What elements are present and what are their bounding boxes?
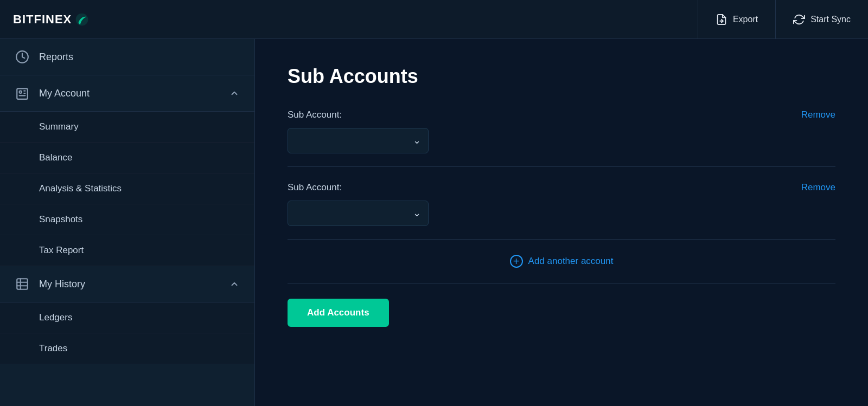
sub-account-1-header: Sub Account: Remove (288, 109, 835, 120)
add-another-row: + Add another account (288, 240, 835, 283)
sidebar-item-summary[interactable]: Summary (0, 112, 254, 143)
start-sync-label: Start Sync (810, 15, 851, 24)
start-sync-button[interactable]: Start Sync (775, 0, 868, 38)
page-title: Sub Accounts (288, 65, 835, 88)
sidebar-item-tax-report[interactable]: Tax Report (0, 235, 254, 266)
export-label: Export (733, 15, 758, 24)
account-icon (15, 86, 29, 100)
sub-accounts-section: Sub Account: Remove Sub Account: Remove (288, 109, 835, 327)
sidebar-item-snapshots[interactable]: Snapshots (0, 204, 254, 235)
chevron-up-icon (229, 88, 239, 98)
my-account-submenu: Summary Balance Analysis & Statistics Sn… (0, 112, 254, 266)
reports-label: Reports (39, 51, 73, 63)
sidebar-item-my-account[interactable]: My Account (0, 75, 254, 112)
sub-account-2-select[interactable] (288, 201, 429, 226)
sub-account-2-label: Sub Account: (288, 182, 342, 193)
ledgers-label: Ledgers (39, 312, 72, 323)
summary-label: Summary (39, 121, 79, 132)
sidebar-item-my-history[interactable]: My History (0, 266, 254, 302)
tax-report-label: Tax Report (39, 245, 84, 255)
export-button[interactable]: Export (698, 0, 775, 38)
remove-button-2[interactable]: Remove (801, 182, 835, 193)
submit-row: Add Accounts (288, 283, 835, 327)
sub-account-2-select-wrapper (288, 201, 429, 226)
logo: BITFINEX (13, 12, 89, 27)
sidebar-item-balance[interactable]: Balance (0, 143, 254, 173)
svg-rect-3 (17, 88, 28, 99)
remove-button-1[interactable]: Remove (801, 109, 835, 120)
sub-account-1-select[interactable] (288, 128, 429, 153)
balance-label: Balance (39, 152, 72, 163)
sync-icon (793, 14, 805, 25)
logo-leaf-icon (75, 12, 89, 27)
content-area: Sub Accounts Sub Account: Remove Sub Acc… (255, 39, 868, 406)
clock-icon (15, 50, 29, 64)
sub-account-1-label: Sub Account: (288, 109, 342, 120)
header: BITFINEX Export Start Sync (0, 0, 868, 39)
main-layout: Reports My Account Summary Balance Anal (0, 39, 868, 406)
sidebar-item-reports[interactable]: Reports (0, 39, 254, 75)
header-actions: Export Start Sync (698, 0, 868, 38)
sub-account-1-select-wrapper (288, 128, 429, 153)
export-icon (716, 14, 727, 25)
history-icon (15, 277, 29, 291)
trades-label: Trades (39, 343, 67, 353)
sidebar: Reports My Account Summary Balance Anal (0, 39, 255, 406)
svg-rect-5 (17, 279, 28, 289)
chevron-up-icon-2 (229, 279, 239, 289)
add-another-account-button[interactable]: + Add another account (510, 255, 614, 268)
sub-account-row-1: Sub Account: Remove (288, 109, 835, 167)
sidebar-item-ledgers[interactable]: Ledgers (0, 302, 254, 333)
svg-point-4 (20, 91, 22, 93)
my-history-submenu: Ledgers Trades (0, 302, 254, 364)
sidebar-item-trades[interactable]: Trades (0, 333, 254, 364)
sub-account-2-header: Sub Account: Remove (288, 182, 835, 193)
snapshots-label: Snapshots (39, 214, 82, 224)
plus-icon: + (510, 255, 523, 268)
add-another-label: Add another account (528, 256, 614, 267)
sub-account-row-2: Sub Account: Remove (288, 167, 835, 240)
my-history-label: My History (39, 279, 85, 290)
sidebar-item-analysis-statistics[interactable]: Analysis & Statistics (0, 173, 254, 204)
my-account-label: My Account (39, 88, 90, 99)
analysis-statistics-label: Analysis & Statistics (39, 183, 122, 194)
logo-text: BITFINEX (13, 12, 72, 27)
add-accounts-button[interactable]: Add Accounts (288, 299, 389, 327)
